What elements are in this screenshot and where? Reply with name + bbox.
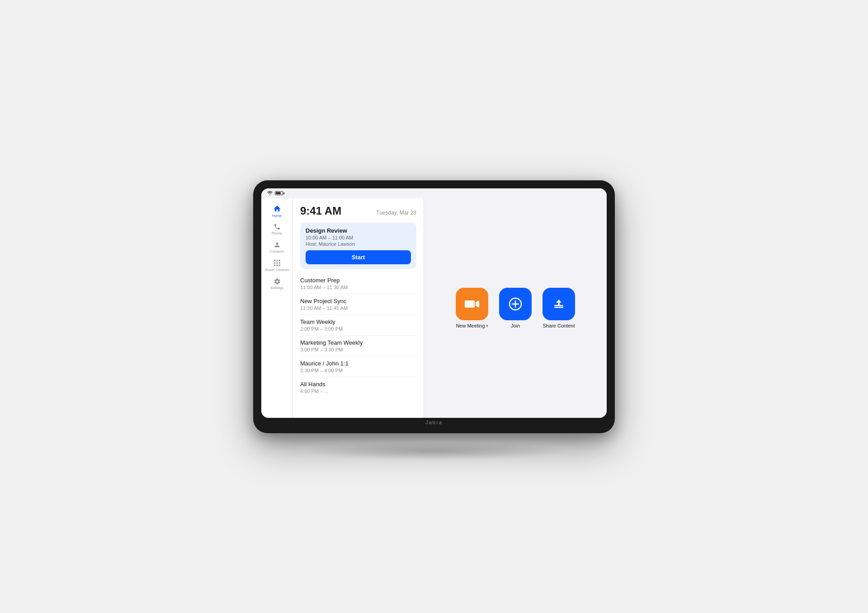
current-meeting-card: Design Review 10:00 AM – 11:00 AM Host: … [300,223,416,269]
room-controls-icon [273,259,281,267]
join-icon-bg [499,288,532,320]
share-content-button[interactable]: Share Content [542,288,575,328]
meeting-title-3: Marketing Team Weekly [300,339,416,346]
tablet-shadow [298,442,570,460]
contacts-icon [274,241,281,248]
svg-rect-3 [274,262,275,264]
svg-rect-12 [554,305,563,306]
start-meeting-button[interactable]: Start [306,250,411,264]
new-meeting-icon-bg [456,288,488,320]
current-meeting-time: 10:00 AM – 11:00 AM [306,235,411,240]
meeting-list-item: Maurice / John 1:1 3:30 PM – 4:00 PM [300,356,416,377]
svg-rect-2 [278,260,280,262]
content-area: 9:41 AM Tuesday, Mar 23 Design Review 10… [293,198,607,418]
current-meeting-title: Design Review [306,227,411,234]
meeting-list-item: New Project Sync 11:30 AM – 11:45 AM [300,294,416,315]
time-header: 9:41 AM Tuesday, Mar 23 [300,205,416,217]
meeting-title-4: Maurice / John 1:1 [300,360,416,367]
meeting-list-item: Team Weekly 2:00 PM – 3:00 PM [300,315,416,336]
video-camera-icon [464,299,480,309]
brand-label: Jabra [425,420,443,425]
meeting-list-item: Customer Prep 11:00 AM – 11:30 AM [300,273,416,294]
svg-rect-7 [276,265,278,266]
time-display: 9:41 AM [300,205,341,217]
meeting-time-4: 3:30 PM – 4:00 PM [300,368,416,373]
meeting-title-5: All Hands [300,381,416,388]
svg-rect-13 [554,307,563,308]
svg-rect-8 [278,265,280,266]
meeting-title-0: Customer Prep [300,277,416,284]
join-plus-icon [508,297,523,311]
action-buttons-row: New Meeting ▾ [456,288,575,328]
meeting-time-3: 3:00 PM – 3:30 PM [300,347,416,352]
meeting-time-5: 4:00 PM – ... [300,388,416,394]
sidebar-home-label: Home [272,214,282,218]
svg-rect-0 [274,260,275,262]
scene: Home Phone Contacts [231,167,637,447]
meeting-list-item: All Hands 4:00 PM – ... [300,377,416,398]
sidebar-room-controls-label: Room Controls [265,268,289,272]
share-content-label: Share Content [543,323,575,328]
home-icon [273,205,281,213]
new-meeting-label: New Meeting ▾ [456,323,488,328]
battery-icon [275,191,283,195]
sidebar-item-phone[interactable]: Phone [261,220,292,239]
sidebar: Home Phone Contacts [261,198,293,418]
join-label: Join [511,323,520,328]
sidebar-item-contacts[interactable]: Contacts [261,239,292,257]
svg-rect-6 [274,265,275,266]
main-content: Home Phone Contacts [261,198,607,418]
schedule-panel: 9:41 AM Tuesday, Mar 23 Design Review 10… [293,198,424,418]
meeting-title-2: Team Weekly [300,318,416,325]
sidebar-contacts-label: Contacts [270,249,284,254]
date-display: Tuesday, Mar 23 [376,210,416,216]
sidebar-settings-label: Settings [270,286,283,290]
status-bar [261,188,607,198]
meeting-time-1: 11:30 AM – 11:45 AM [300,305,416,311]
meeting-time-0: 11:00 AM – 11:30 AM [300,285,416,290]
sidebar-item-home[interactable]: Home [261,202,292,221]
join-button[interactable]: Join [499,288,532,328]
svg-rect-4 [276,262,278,264]
share-content-icon-bg [542,288,575,320]
svg-rect-1 [276,260,278,262]
settings-icon [274,278,281,285]
action-panel: New Meeting ▾ [424,198,607,418]
current-meeting-host: Host: Maurice Lawson [306,241,411,247]
sidebar-item-settings[interactable]: Settings [261,275,292,293]
wifi-icon [267,191,273,196]
svg-rect-5 [278,262,280,264]
phone-icon [274,223,281,230]
meeting-title-1: New Project Sync [300,298,416,304]
status-icons [267,191,283,196]
share-upload-icon [552,297,566,311]
meeting-time-2: 2:00 PM – 3:00 PM [300,326,416,332]
sidebar-item-room-controls[interactable]: Room Controls [261,256,292,275]
new-meeting-text: New Meeting [456,323,485,328]
tablet-shell: Home Phone Contacts [253,180,615,433]
meeting-list-item: Marketing Team Weekly 3:00 PM – 3:30 PM [300,336,416,356]
tablet-screen: Home Phone Contacts [261,188,607,418]
sidebar-phone-label: Phone [272,231,282,236]
new-meeting-button[interactable]: New Meeting ▾ [456,288,488,328]
battery-fill [276,192,281,194]
chevron-down-icon: ▾ [486,323,488,328]
